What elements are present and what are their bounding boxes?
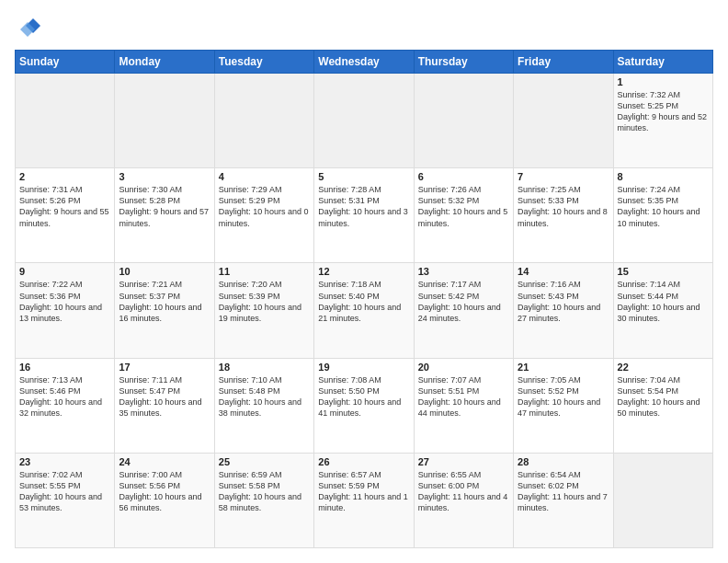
day-info: Sunrise: 7:26 AM Sunset: 5:32 PM Dayligh… <box>418 184 509 229</box>
day-info: Sunrise: 7:31 AM Sunset: 5:26 PM Dayligh… <box>19 184 110 229</box>
calendar-cell: 26Sunrise: 6:57 AM Sunset: 5:59 PM Dayli… <box>314 453 414 547</box>
day-number: 19 <box>318 362 409 373</box>
day-number: 22 <box>618 362 709 373</box>
day-number: 6 <box>418 171 509 182</box>
calendar-cell: 25Sunrise: 6:59 AM Sunset: 5:58 PM Dayli… <box>214 453 313 547</box>
day-info: Sunrise: 6:55 AM Sunset: 6:00 PM Dayligh… <box>418 469 509 514</box>
calendar-cell: 14Sunrise: 7:16 AM Sunset: 5:43 PM Dayli… <box>514 263 613 358</box>
day-number: 23 <box>19 456 110 467</box>
day-number: 5 <box>318 171 409 182</box>
weekday-header-friday: Friday <box>514 51 613 74</box>
day-number: 1 <box>618 76 709 87</box>
day-info: Sunrise: 7:16 AM Sunset: 5:43 PM Dayligh… <box>518 279 609 324</box>
calendar-cell: 3Sunrise: 7:30 AM Sunset: 5:28 PM Daylig… <box>115 168 214 263</box>
calendar-cell: 18Sunrise: 7:10 AM Sunset: 5:48 PM Dayli… <box>214 358 313 453</box>
day-number: 26 <box>318 456 409 467</box>
day-info: Sunrise: 7:05 AM Sunset: 5:52 PM Dayligh… <box>518 374 609 419</box>
day-number: 25 <box>219 456 310 467</box>
day-number: 17 <box>119 362 210 373</box>
calendar-cell: 28Sunrise: 6:54 AM Sunset: 6:02 PM Dayli… <box>514 453 613 547</box>
calendar-cell <box>115 74 214 168</box>
calendar-cell: 9Sunrise: 7:22 AM Sunset: 5:36 PM Daylig… <box>16 263 115 358</box>
day-info: Sunrise: 7:29 AM Sunset: 5:29 PM Dayligh… <box>219 184 310 229</box>
calendar-week-row: 2Sunrise: 7:31 AM Sunset: 5:26 PM Daylig… <box>16 168 713 263</box>
day-number: 9 <box>19 266 110 277</box>
day-number: 18 <box>219 362 310 373</box>
day-number: 14 <box>518 266 609 277</box>
day-number: 4 <box>219 171 310 182</box>
calendar-cell <box>314 74 414 168</box>
day-info: Sunrise: 7:20 AM Sunset: 5:39 PM Dayligh… <box>219 279 310 324</box>
calendar-cell: 6Sunrise: 7:26 AM Sunset: 5:32 PM Daylig… <box>414 168 513 263</box>
day-info: Sunrise: 7:07 AM Sunset: 5:51 PM Dayligh… <box>418 374 509 419</box>
calendar-cell: 10Sunrise: 7:21 AM Sunset: 5:37 PM Dayli… <box>115 263 214 358</box>
day-info: Sunrise: 6:57 AM Sunset: 5:59 PM Dayligh… <box>318 469 409 514</box>
day-number: 21 <box>518 362 609 373</box>
day-number: 2 <box>19 171 110 182</box>
day-number: 27 <box>418 456 509 467</box>
calendar-cell: 2Sunrise: 7:31 AM Sunset: 5:26 PM Daylig… <box>16 168 115 263</box>
day-number: 16 <box>19 362 110 373</box>
day-info: Sunrise: 7:02 AM Sunset: 5:55 PM Dayligh… <box>19 469 110 514</box>
day-info: Sunrise: 7:17 AM Sunset: 5:42 PM Dayligh… <box>418 279 509 324</box>
calendar-week-row: 9Sunrise: 7:22 AM Sunset: 5:36 PM Daylig… <box>16 263 713 358</box>
calendar-cell <box>214 74 313 168</box>
day-info: Sunrise: 7:30 AM Sunset: 5:28 PM Dayligh… <box>119 184 210 229</box>
calendar-cell: 11Sunrise: 7:20 AM Sunset: 5:39 PM Dayli… <box>214 263 313 358</box>
day-info: Sunrise: 7:32 AM Sunset: 5:25 PM Dayligh… <box>618 89 709 134</box>
day-info: Sunrise: 7:22 AM Sunset: 5:36 PM Dayligh… <box>19 279 110 324</box>
calendar-cell: 17Sunrise: 7:11 AM Sunset: 5:47 PM Dayli… <box>115 358 214 453</box>
day-info: Sunrise: 7:04 AM Sunset: 5:54 PM Dayligh… <box>618 374 709 419</box>
calendar-cell: 13Sunrise: 7:17 AM Sunset: 5:42 PM Dayli… <box>414 263 513 358</box>
calendar-cell: 16Sunrise: 7:13 AM Sunset: 5:46 PM Dayli… <box>16 358 115 453</box>
day-number: 8 <box>618 171 709 182</box>
calendar-cell: 7Sunrise: 7:25 AM Sunset: 5:33 PM Daylig… <box>514 168 613 263</box>
calendar-cell: 5Sunrise: 7:28 AM Sunset: 5:31 PM Daylig… <box>314 168 414 263</box>
calendar-cell: 20Sunrise: 7:07 AM Sunset: 5:51 PM Dayli… <box>414 358 513 453</box>
weekday-header-monday: Monday <box>115 51 214 74</box>
day-number: 15 <box>618 266 709 277</box>
day-info: Sunrise: 6:54 AM Sunset: 6:02 PM Dayligh… <box>518 469 609 514</box>
calendar-cell: 19Sunrise: 7:08 AM Sunset: 5:50 PM Dayli… <box>314 358 414 453</box>
day-number: 10 <box>119 266 210 277</box>
calendar-cell: 1Sunrise: 7:32 AM Sunset: 5:25 PM Daylig… <box>613 74 712 168</box>
day-info: Sunrise: 7:00 AM Sunset: 5:56 PM Dayligh… <box>119 469 210 514</box>
calendar-cell: 23Sunrise: 7:02 AM Sunset: 5:55 PM Dayli… <box>16 453 115 547</box>
day-info: Sunrise: 7:10 AM Sunset: 5:48 PM Dayligh… <box>219 374 310 419</box>
day-info: Sunrise: 7:13 AM Sunset: 5:46 PM Dayligh… <box>19 374 110 419</box>
day-number: 12 <box>318 266 409 277</box>
logo-icon <box>15 15 40 40</box>
day-number: 3 <box>119 171 210 182</box>
day-info: Sunrise: 6:59 AM Sunset: 5:58 PM Dayligh… <box>219 469 310 514</box>
day-info: Sunrise: 7:25 AM Sunset: 5:33 PM Dayligh… <box>518 184 609 229</box>
weekday-header-saturday: Saturday <box>613 51 712 74</box>
day-number: 13 <box>418 266 509 277</box>
day-number: 24 <box>119 456 210 467</box>
day-info: Sunrise: 7:18 AM Sunset: 5:40 PM Dayligh… <box>318 279 409 324</box>
day-info: Sunrise: 7:24 AM Sunset: 5:35 PM Dayligh… <box>618 184 709 229</box>
day-number: 20 <box>418 362 509 373</box>
calendar-cell: 21Sunrise: 7:05 AM Sunset: 5:52 PM Dayli… <box>514 358 613 453</box>
calendar-cell <box>613 453 712 547</box>
page: SundayMondayTuesdayWednesdayThursdayFrid… <box>0 0 728 563</box>
day-number: 28 <box>518 456 609 467</box>
day-info: Sunrise: 7:21 AM Sunset: 5:37 PM Dayligh… <box>119 279 210 324</box>
day-info: Sunrise: 7:08 AM Sunset: 5:50 PM Dayligh… <box>318 374 409 419</box>
weekday-header-tuesday: Tuesday <box>214 51 313 74</box>
day-info: Sunrise: 7:11 AM Sunset: 5:47 PM Dayligh… <box>119 374 210 419</box>
weekday-header-thursday: Thursday <box>414 51 513 74</box>
calendar-cell <box>414 74 513 168</box>
weekday-header-row: SundayMondayTuesdayWednesdayThursdayFrid… <box>16 51 713 74</box>
calendar-cell <box>514 74 613 168</box>
weekday-header-wednesday: Wednesday <box>314 51 414 74</box>
calendar-cell: 27Sunrise: 6:55 AM Sunset: 6:00 PM Dayli… <box>414 453 513 547</box>
calendar-cell: 22Sunrise: 7:04 AM Sunset: 5:54 PM Dayli… <box>613 358 712 453</box>
calendar-cell: 4Sunrise: 7:29 AM Sunset: 5:29 PM Daylig… <box>214 168 313 263</box>
day-number: 11 <box>219 266 310 277</box>
logo <box>15 15 44 40</box>
header <box>15 15 713 40</box>
calendar-cell: 8Sunrise: 7:24 AM Sunset: 5:35 PM Daylig… <box>613 168 712 263</box>
day-info: Sunrise: 7:14 AM Sunset: 5:44 PM Dayligh… <box>618 279 709 324</box>
calendar-week-row: 23Sunrise: 7:02 AM Sunset: 5:55 PM Dayli… <box>16 453 713 547</box>
day-info: Sunrise: 7:28 AM Sunset: 5:31 PM Dayligh… <box>318 184 409 229</box>
